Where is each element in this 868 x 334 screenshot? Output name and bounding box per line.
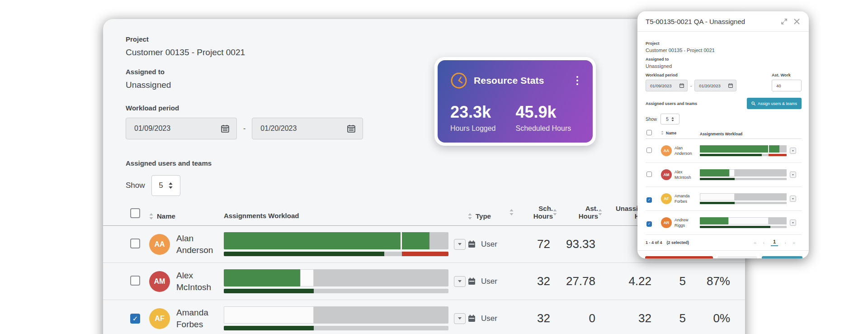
calendar-icon <box>468 277 476 285</box>
page-current[interactable]: 1 <box>771 239 778 246</box>
calendar-icon <box>468 315 476 322</box>
row-expand-button[interactable] <box>454 276 466 287</box>
select-arrows-icon <box>169 182 173 189</box>
avatar: AA <box>661 145 672 156</box>
row-ast-hours: 27.78 <box>553 274 598 288</box>
assigned-to-field: Assigned to Unassigned <box>126 68 171 90</box>
user-name: Alex McIntosh <box>675 169 697 180</box>
modal-work-input[interactable]: 40 <box>772 80 802 91</box>
date-to-input[interactable]: 01/20/2023 <box>252 118 363 139</box>
stats-title: Resource Stats <box>474 75 574 86</box>
header-name[interactable]: Name <box>157 212 175 220</box>
scheduled-bar <box>224 306 448 324</box>
modal-show-label: Show <box>646 117 657 122</box>
modal-select-all-checkbox[interactable] <box>646 130 652 135</box>
page-prev-button[interactable]: ‹ <box>763 240 764 245</box>
modal-header-name[interactable]: Name <box>666 131 676 135</box>
modal-table-row: AM Alex McIntosh <box>646 163 802 187</box>
workload-bars <box>224 269 448 293</box>
project-value: Customer 00135 - Project 0021 <box>126 48 245 57</box>
split-hours-button[interactable]: Split hours evenly <box>762 256 802 258</box>
modal-date-from-input[interactable]: 01/09/2023 <box>646 80 688 91</box>
kebab-menu-icon[interactable] <box>574 74 581 87</box>
row-col5: 5 <box>654 311 689 325</box>
modal-project-field: Project Customer 00135 - Project 0021 <box>646 41 802 53</box>
modal-row-checkbox[interactable]: ✓ <box>646 221 652 227</box>
date-from-input[interactable]: 01/09/2023 <box>126 118 237 139</box>
modal-date-to-input[interactable]: 01/20/2023 <box>694 80 736 91</box>
row-expand-button[interactable] <box>790 172 796 178</box>
row-ast-hours: 93.33 <box>553 237 598 251</box>
modal-date-to-value: 01/20/2023 <box>699 83 728 88</box>
row-type: User <box>481 314 497 323</box>
row-sch-hours: 32 <box>509 311 553 325</box>
logged-bar <box>700 202 787 204</box>
project-label: Project <box>126 35 245 43</box>
modal-row-checkbox[interactable]: ✓ <box>646 197 652 203</box>
header-type[interactable]: Type <box>476 212 491 220</box>
view-calendars-button[interactable]: View calendars <box>717 256 757 258</box>
header-sch-hours[interactable]: Sch. Hours <box>517 205 553 220</box>
assigned-to-value: Unassigned <box>126 80 171 90</box>
caret-down-icon <box>792 198 794 200</box>
assign-users-button[interactable]: Assign users & teams <box>747 98 802 109</box>
modal-show-select[interactable]: 5 <box>660 114 679 124</box>
header-ast-hours[interactable]: Ast. Hours <box>561 205 598 220</box>
stat-value: 23.3k <box>450 103 516 122</box>
modal-users-label: Assigned users and teams <box>646 101 697 106</box>
calendar-icon <box>679 83 684 88</box>
calendar-icon[interactable] <box>346 124 356 134</box>
modal-row-checkbox[interactable] <box>646 172 652 177</box>
avatar: AF <box>661 193 672 204</box>
row-expand-button[interactable] <box>790 148 796 154</box>
workload-bars <box>700 169 787 180</box>
workload-period-label: Workload period <box>126 104 363 112</box>
sort-icon <box>509 209 514 215</box>
date-separator: - <box>243 124 245 133</box>
row-checkbox[interactable] <box>130 239 140 248</box>
sort-icon <box>661 131 664 135</box>
modal-pagination: 1 - 4 of 4 (2 selected) « ‹ 1 › » <box>646 235 802 250</box>
expand-icon[interactable] <box>779 16 789 26</box>
select-all-checkbox[interactable] <box>130 208 140 218</box>
stat-scheduled-hours: 45.9k Scheduled Hours <box>516 103 581 133</box>
modal-date-separator: - <box>690 83 692 88</box>
user-name: Alan Anderson <box>176 233 219 256</box>
caret-down-icon <box>792 150 794 152</box>
row-expand-button[interactable] <box>790 196 796 202</box>
row-checkbox[interactable] <box>130 276 140 286</box>
modal-ast-work-field: Ast. Work 40 <box>772 73 802 91</box>
workload-bars <box>700 217 787 228</box>
user-name: Amanda Forbes <box>176 307 219 330</box>
assigned-users-label: Assigned users and teams <box>126 159 212 167</box>
modal-row-checkbox[interactable] <box>646 148 652 153</box>
user-name: Andrew Riggs <box>675 217 697 228</box>
user-name: Amanda Forbes <box>675 193 697 204</box>
row-checkbox[interactable]: ✓ <box>130 314 140 324</box>
row-type: User <box>481 240 497 249</box>
stat-label: Hours Logged <box>450 124 516 133</box>
row-expand-button[interactable] <box>454 313 466 324</box>
show-select[interactable]: 5 <box>151 175 180 196</box>
page-next-button[interactable]: › <box>784 240 786 245</box>
modal-assigned-value: Unassigned <box>646 63 802 69</box>
calendar-icon[interactable] <box>220 124 230 134</box>
row-expand-button[interactable] <box>790 219 796 226</box>
stat-label: Scheduled Hours <box>516 124 581 133</box>
avatar: AR <box>661 217 672 228</box>
page-first-button[interactable]: « <box>754 240 756 245</box>
close-icon[interactable] <box>792 16 802 26</box>
page-last-button[interactable]: » <box>793 240 795 245</box>
avatar: AF <box>149 308 170 329</box>
sort-icon <box>598 209 602 215</box>
modal-work-label: Ast. Work <box>772 73 802 77</box>
row-expand-button[interactable] <box>454 239 466 250</box>
logged-bar <box>224 252 448 256</box>
table-row: AM Alex McIntosh User 32 27.78 4.22 5 87… <box>103 263 745 300</box>
logged-bar <box>700 178 787 180</box>
scheduled-bar <box>700 145 787 153</box>
logged-bar <box>224 326 448 330</box>
modal-date-from-value: 01/09/2023 <box>650 83 679 88</box>
delete-assignments-button[interactable]: Delete assignments <box>645 256 713 258</box>
scheduled-bar <box>700 169 787 177</box>
